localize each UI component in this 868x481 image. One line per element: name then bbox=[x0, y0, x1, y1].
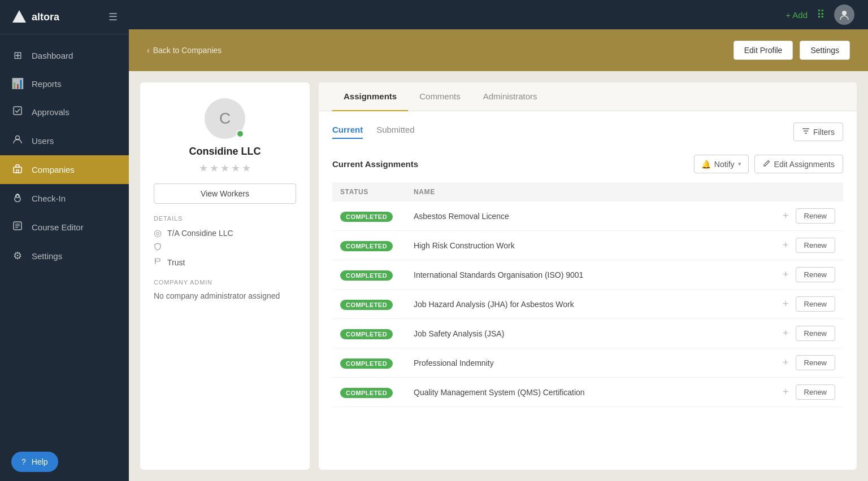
header-banner: ‹ Back to Companies Edit Profile Setting… bbox=[129, 29, 868, 71]
app-name: altora bbox=[32, 11, 59, 23]
table-row: COMPLETED Professional Indemnity + Renew bbox=[332, 348, 843, 378]
edit-profile-button[interactable]: Edit Profile bbox=[734, 41, 793, 60]
row-actions: + Renew bbox=[783, 267, 835, 282]
tab-comments[interactable]: Comments bbox=[408, 82, 472, 111]
settings-button[interactable]: Settings bbox=[800, 41, 850, 60]
filter-icon bbox=[802, 127, 810, 137]
help-button[interactable]: ? Help bbox=[11, 452, 58, 472]
grid-icon[interactable]: ⠿ bbox=[817, 8, 825, 21]
detail-row-trust: Trust bbox=[154, 257, 296, 268]
sidebar-item-label: Check-In bbox=[32, 194, 66, 203]
renew-button[interactable]: Renew bbox=[796, 238, 835, 253]
sidebar-item-reports[interactable]: 📊 Reports bbox=[0, 69, 129, 98]
col-status: STATUS bbox=[332, 182, 406, 202]
renew-button[interactable]: Renew bbox=[796, 208, 835, 224]
name-cell: Job Safety Analysis (JSA) bbox=[406, 319, 775, 348]
assignments-table: STATUS NAME COMPLETED Asbestos Removal L… bbox=[332, 182, 843, 407]
notify-label: Notify bbox=[714, 160, 735, 169]
row-actions: + Renew bbox=[783, 326, 835, 341]
sub-tabs-left: Current Submitted bbox=[332, 125, 415, 139]
section-title: Current Assignments bbox=[332, 159, 418, 169]
status-cell: COMPLETED bbox=[332, 378, 406, 407]
company-name: Considine LLC bbox=[154, 146, 296, 158]
approvals-icon bbox=[11, 106, 24, 119]
company-admin-heading: COMPANY ADMIN bbox=[154, 279, 296, 286]
sidebar-item-checkin[interactable]: Check-In bbox=[0, 184, 129, 213]
sidebar-item-companies[interactable]: Companies bbox=[0, 155, 129, 184]
renew-button[interactable]: Renew bbox=[796, 296, 835, 312]
table-header-row: STATUS NAME bbox=[332, 182, 843, 202]
add-button[interactable]: + Add bbox=[785, 10, 808, 20]
help-icon: ? bbox=[21, 457, 26, 466]
edit-assignments-button[interactable]: Edit Assignments bbox=[754, 155, 843, 173]
hamburger-icon[interactable]: ☰ bbox=[108, 11, 118, 23]
sidebar-item-label: Reports bbox=[32, 79, 62, 89]
svg-marker-0 bbox=[12, 10, 26, 23]
add-icon[interactable]: + bbox=[783, 327, 789, 339]
status-badge: COMPLETED bbox=[340, 358, 393, 369]
online-indicator bbox=[236, 130, 244, 138]
filters-label: Filters bbox=[813, 128, 835, 137]
name-cell: Asbestos Removal Licence bbox=[406, 202, 775, 231]
filters-button[interactable]: Filters bbox=[793, 123, 843, 141]
add-icon[interactable]: + bbox=[783, 357, 789, 369]
status-badge: COMPLETED bbox=[340, 270, 393, 281]
name-cell: High Risk Construction Work bbox=[406, 231, 775, 260]
row-actions: + Renew bbox=[783, 355, 835, 370]
renew-button[interactable]: Renew bbox=[796, 326, 835, 341]
renew-button[interactable]: Renew bbox=[796, 267, 835, 282]
add-icon[interactable]: + bbox=[783, 298, 789, 310]
sub-tab-current[interactable]: Current bbox=[332, 125, 363, 139]
status-cell: COMPLETED bbox=[332, 231, 406, 260]
sidebar-item-label: Dashboard bbox=[32, 51, 73, 60]
checkin-icon bbox=[11, 192, 24, 205]
add-icon[interactable]: + bbox=[783, 210, 789, 222]
avatar: C bbox=[205, 98, 245, 139]
detail-row-name: ◎ T/A Considine LLC bbox=[154, 228, 296, 238]
status-cell: COMPLETED bbox=[332, 348, 406, 378]
bell-icon: 🔔 bbox=[701, 160, 711, 169]
sidebar-item-approvals[interactable]: Approvals bbox=[0, 98, 129, 126]
sidebar-item-users[interactable]: Users bbox=[0, 126, 129, 155]
add-icon[interactable]: + bbox=[783, 269, 789, 281]
profile-avatar-wrap: C bbox=[154, 98, 296, 139]
status-cell: COMPLETED bbox=[332, 260, 406, 290]
details-heading: DETAILS bbox=[154, 215, 296, 222]
header-right-actions: 🔔 Notify ▾ Edit Assignments bbox=[694, 155, 843, 173]
location-icon: ◎ bbox=[154, 228, 162, 238]
sub-tabs: Current Submitted Filters bbox=[332, 123, 843, 141]
sub-tab-submitted[interactable]: Submitted bbox=[376, 125, 415, 139]
back-label: Back to Companies bbox=[153, 46, 222, 55]
content-area: C Considine LLC ★ ★ ★ ★ ★ View Workers D… bbox=[129, 71, 868, 481]
add-icon[interactable]: + bbox=[783, 386, 789, 398]
back-to-companies-link[interactable]: ‹ Back to Companies bbox=[147, 46, 222, 55]
detail-name: T/A Considine LLC bbox=[167, 229, 233, 238]
sidebar-header: altora ☰ bbox=[0, 0, 129, 34]
current-assignments-header: Current Assignments 🔔 Notify ▾ Edit Assi… bbox=[332, 155, 843, 173]
status-cell: COMPLETED bbox=[332, 290, 406, 319]
sidebar-item-dashboard[interactable]: ⊞ Dashboard bbox=[0, 41, 129, 69]
sidebar-item-course-editor[interactable]: Course Editor bbox=[0, 213, 129, 242]
renew-button[interactable]: Renew bbox=[796, 384, 835, 400]
notify-button[interactable]: 🔔 Notify ▾ bbox=[694, 155, 749, 173]
detail-row-tier bbox=[154, 243, 296, 253]
sidebar-item-label: Settings bbox=[32, 251, 62, 261]
edit-icon bbox=[763, 159, 771, 169]
main-content: + Add ⠿ ‹ Back to Companies Edit Profile… bbox=[129, 0, 868, 481]
user-avatar[interactable] bbox=[834, 5, 854, 25]
sidebar-item-label: Approvals bbox=[32, 107, 70, 117]
app-logo: altora bbox=[11, 9, 59, 25]
tab-administrators[interactable]: Administrators bbox=[472, 82, 549, 111]
help-label: Help bbox=[32, 457, 48, 466]
renew-button[interactable]: Renew bbox=[796, 355, 835, 370]
svg-rect-1 bbox=[14, 107, 21, 115]
sidebar: altora ☰ ⊞ Dashboard 📊 Reports Approvals… bbox=[0, 0, 129, 481]
sidebar-item-settings[interactable]: ⚙ Settings bbox=[0, 242, 129, 270]
table-row: COMPLETED International Standards Organi… bbox=[332, 260, 843, 290]
status-badge: COMPLETED bbox=[340, 212, 393, 222]
reports-icon: 📊 bbox=[11, 77, 24, 90]
view-workers-button[interactable]: View Workers bbox=[154, 183, 296, 204]
add-icon[interactable]: + bbox=[783, 239, 789, 251]
tab-assignments[interactable]: Assignments bbox=[332, 82, 408, 111]
actions-cell: + Renew bbox=[775, 260, 843, 290]
